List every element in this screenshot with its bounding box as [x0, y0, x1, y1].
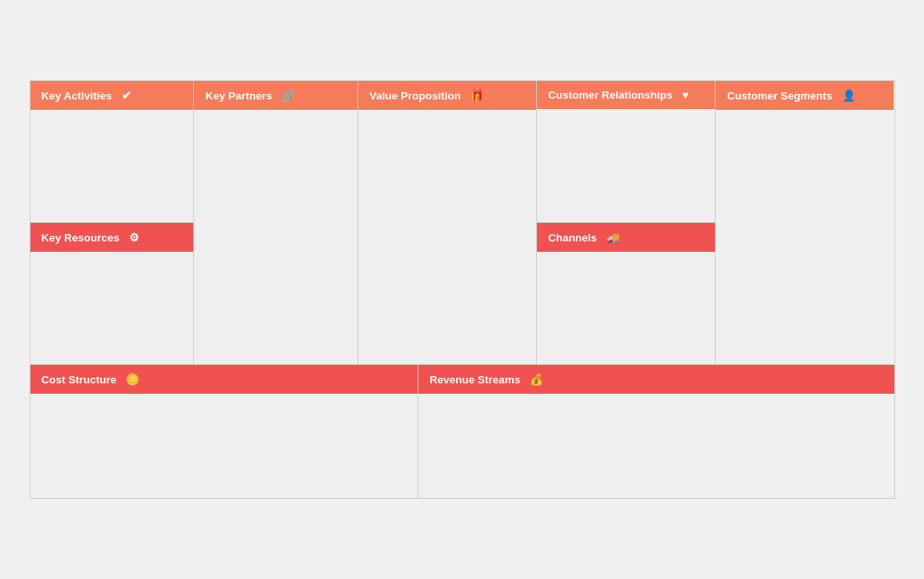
value-proposition-icon: 🎁	[470, 89, 484, 102]
customer-relationships-label: Customer Relationships	[548, 89, 672, 101]
customer-segments-body[interactable]	[716, 110, 894, 364]
key-activities-label: Key Activities	[42, 90, 112, 102]
key-activities-body[interactable]	[30, 110, 194, 222]
key-activities-section: Key Activities ✔	[30, 81, 194, 223]
key-resources-label: Key Resources	[42, 232, 120, 244]
value-proposition-header[interactable]: Value Proposition 🎁	[358, 81, 536, 110]
key-resources-header[interactable]: Key Resources ⚙	[30, 223, 194, 252]
value-proposition-section: Value Proposition 🎁	[358, 81, 537, 364]
revenue-streams-icon: 💰	[530, 373, 543, 386]
key-partners-header[interactable]: Key Partners 🔗	[194, 81, 357, 110]
cost-structure-body[interactable]	[30, 394, 418, 498]
cost-structure-section: Cost Structure 🪙	[30, 365, 419, 498]
cost-structure-icon: 🪙	[126, 373, 139, 386]
value-proposition-label: Value Proposition	[369, 90, 461, 102]
cost-structure-header[interactable]: Cost Structure 🪙	[30, 365, 418, 394]
key-partners-icon: 🔗	[281, 89, 295, 102]
customer-relationships-header[interactable]: Customer Relationships ♥	[537, 81, 715, 109]
key-partners-label: Key Partners	[205, 90, 272, 102]
customer-segments-icon: 👤	[842, 89, 856, 102]
key-partners-body[interactable]	[194, 110, 357, 364]
activities-resources-col: Key Activities ✔ Key Resources ⚙	[30, 81, 195, 364]
bmc-canvas: Key Activities ✔ Key Resources ⚙ Key Par…	[30, 80, 895, 499]
key-resources-body[interactable]	[30, 252, 194, 364]
customer-relationships-section: Customer Relationships ♥	[537, 81, 715, 223]
channels-icon: 🚚	[607, 231, 620, 244]
key-activities-header[interactable]: Key Activities ✔	[30, 81, 194, 110]
channels-body[interactable]	[537, 252, 715, 364]
key-activities-icon: ✔	[122, 89, 131, 102]
channels-label: Channels	[548, 232, 597, 244]
main-row: Key Activities ✔ Key Resources ⚙ Key Par…	[30, 81, 894, 365]
value-proposition-body[interactable]	[358, 110, 536, 364]
channels-header[interactable]: Channels 🚚	[537, 223, 715, 252]
key-partners-section: Key Partners 🔗	[194, 81, 358, 364]
key-resources-section: Key Resources ⚙	[30, 223, 194, 364]
customer-segments-label: Customer Segments	[727, 90, 832, 102]
customer-relationships-body[interactable]	[537, 109, 715, 222]
revenue-streams-header[interactable]: Revenue Streams 💰	[418, 365, 894, 394]
customer-segments-section: Customer Segments 👤	[716, 81, 894, 364]
customer-segments-header[interactable]: Customer Segments 👤	[716, 81, 894, 110]
revenue-streams-section: Revenue Streams 💰	[418, 365, 894, 498]
revenue-streams-label: Revenue Streams	[430, 374, 520, 386]
customer-relationships-icon: ♥	[682, 89, 688, 101]
bottom-row: Cost Structure 🪙 Revenue Streams 💰	[30, 365, 894, 498]
cr-channels-col: Customer Relationships ♥ Channels 🚚	[537, 81, 716, 364]
key-resources-icon: ⚙	[129, 231, 139, 244]
channels-section: Channels 🚚	[537, 223, 715, 364]
cost-structure-label: Cost Structure	[42, 374, 117, 386]
revenue-streams-body[interactable]	[418, 394, 894, 498]
